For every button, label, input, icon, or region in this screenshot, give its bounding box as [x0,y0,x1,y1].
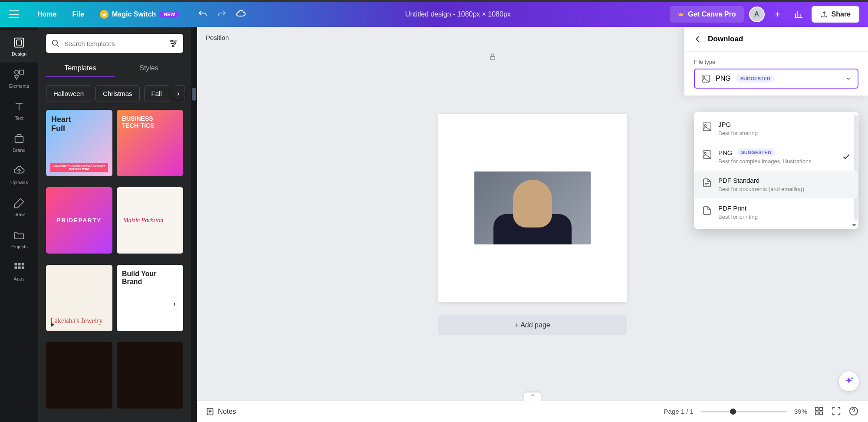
chip-halloween[interactable]: Halloween [46,85,91,102]
option-pdf-print[interactable]: PDF Print Best for printing [694,198,858,226]
sidebar-item-projects[interactable]: Projects [0,223,38,255]
sidebar-item-brand[interactable]: Brand [0,127,38,159]
zoom-percentage[interactable]: 39% [794,408,807,415]
option-jpg[interactable]: JPG Best for sharing [694,115,858,142]
sidebar-item-elements[interactable]: Elements [0,63,38,95]
home-link[interactable]: Home [31,7,62,22]
play-icon [49,322,56,328]
template-card[interactable]: Maisie Parkston [117,187,183,254]
fullscreen-button[interactable] [832,406,842,417]
template-card[interactable]: Lakeisha's Jewelry [46,265,112,331]
option-png[interactable]: PNGSUGGESTED Best for complex images, il… [694,142,858,171]
svg-point-24 [704,76,705,78]
svg-rect-0 [15,38,24,47]
svg-rect-17 [815,407,818,410]
grid-view-button[interactable] [814,406,825,417]
add-collaborator-button[interactable]: + [770,7,786,22]
expand-pages-button[interactable]: ⌃ [524,392,541,401]
template-card[interactable]: Build YourBrand › [117,265,183,331]
template-card[interactable]: PRIDEPARTY [46,187,112,254]
category-chips: Halloween Christmas Fall F › [46,85,183,102]
undo-button[interactable] [197,9,208,20]
template-card[interactable]: BUSINESSTECH-TICS [117,110,183,176]
sidebar-item-draw[interactable]: Draw [0,191,38,223]
elements-icon [13,69,25,81]
panel-title: Download [708,35,743,43]
apps-icon [13,261,25,274]
app-header: Home File Magic Switch NEW Untitled desi… [0,2,868,27]
get-pro-button[interactable]: Get Canva Pro [670,6,743,23]
uploads-icon [13,165,25,177]
redo-button[interactable] [217,9,227,20]
scroll-indicator-icon [852,224,856,227]
zoom-slider[interactable] [700,411,787,412]
chip-next-button[interactable]: › [172,87,185,100]
file-type-select[interactable]: PNG SUGGESTED [694,69,858,89]
canvas-footer: Notes Page 1 / 1 39% [197,400,868,422]
draw-icon [13,197,25,209]
svg-point-14 [172,45,174,47]
next-template-button[interactable]: › [168,298,181,310]
svg-point-2 [15,70,19,74]
chip-fall[interactable]: Fall [144,85,169,102]
sidebar-item-text[interactable]: Text [0,95,38,127]
notes-icon [206,407,214,416]
svg-rect-7 [22,263,24,266]
template-card[interactable]: HeartFull HEARTFELT CONVERSATIONS ON WHA… [46,110,112,176]
notes-button[interactable]: Notes [206,407,236,416]
svg-rect-18 [820,407,822,410]
template-card[interactable] [117,342,183,409]
panel-tabs: Templates Styles [46,60,183,77]
back-button[interactable] [694,35,702,43]
document-title[interactable]: Untitled design - 1080px × 1080px [405,10,511,18]
file-menu[interactable]: File [66,7,90,22]
design-icon [13,36,25,49]
svg-rect-6 [18,263,21,266]
ai-assistant-button[interactable] [838,371,859,392]
svg-point-26 [704,125,706,126]
user-avatar[interactable]: A [749,7,765,22]
templates-panel: Templates Styles Halloween Christmas Fal… [38,27,191,422]
cloud-sync-icon[interactable] [236,9,246,20]
magic-switch-label: Magic Switch [112,10,156,18]
chip-christmas[interactable]: Christmas [95,85,140,102]
upload-icon [820,10,828,18]
panel-scrollbar[interactable] [191,27,197,422]
search-icon [51,39,60,48]
menu-button[interactable] [9,10,19,18]
analytics-button[interactable] [791,7,806,22]
lock-icon[interactable] [489,53,496,61]
svg-rect-8 [15,267,17,269]
tab-styles[interactable]: Styles [115,60,183,77]
filter-icon[interactable] [168,39,178,48]
brand-icon [13,133,25,145]
svg-rect-4 [15,136,23,142]
tab-templates[interactable]: Templates [46,60,115,77]
share-button[interactable]: Share [812,6,859,23]
svg-point-11 [53,40,58,46]
add-page-button[interactable]: + Add page [438,315,627,335]
position-button[interactable]: Position [206,34,229,41]
template-grid: HeartFull HEARTFELT CONVERSATIONS ON WHA… [46,110,183,415]
document-icon [702,205,712,216]
image-icon [701,74,710,83]
design-canvas[interactable] [438,114,627,302]
template-card[interactable] [46,342,112,409]
crown-icon [677,11,684,17]
sidebar-item-apps[interactable]: Apps [0,255,38,287]
sidebar-item-design[interactable]: Design [0,30,38,63]
help-button[interactable] [849,406,859,417]
svg-rect-19 [815,412,818,414]
magic-switch-button[interactable]: Magic Switch NEW [94,7,185,22]
sidebar-item-uploads[interactable]: Uploads [0,159,38,191]
placed-image[interactable] [474,171,591,244]
svg-rect-3 [20,70,23,74]
option-pdf-standard[interactable]: PDF Standard Best for documents (and ema… [694,171,858,198]
search-input[interactable] [64,40,164,47]
svg-point-22 [851,377,853,379]
svg-point-12 [171,40,173,42]
page-indicator[interactable]: Page 1 / 1 [664,408,694,415]
svg-point-13 [174,43,176,44]
search-container [46,34,183,53]
document-icon [702,178,712,188]
